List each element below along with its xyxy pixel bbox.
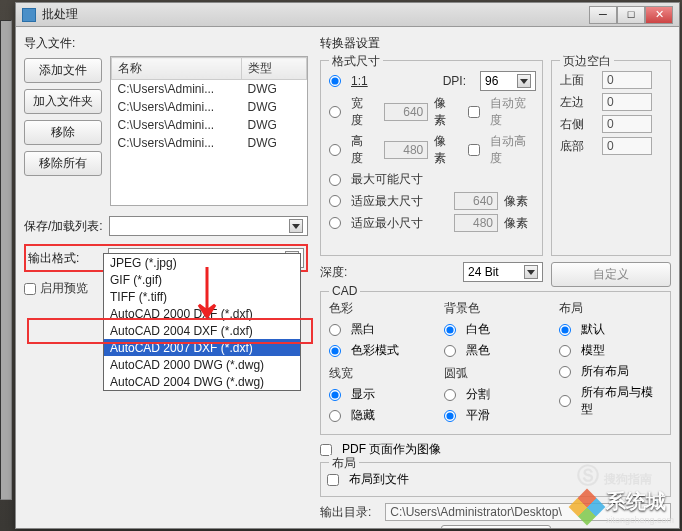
ratio-1-1-radio[interactable] (329, 75, 341, 87)
dropdown-option-selected[interactable]: AutoCAD 2007 DXF (*.dxf) (104, 339, 300, 356)
custom-button[interactable]: 自定义 (551, 262, 671, 287)
bw-radio[interactable] (329, 324, 341, 336)
lw-hide-radio[interactable] (329, 410, 341, 422)
fit-min-radio[interactable] (329, 217, 341, 229)
layout-to-file-check[interactable] (327, 474, 339, 486)
enable-preview-checkbox[interactable] (24, 283, 36, 295)
table-row: C:\Users\Admini...DWG (112, 134, 307, 152)
fit-max-input[interactable] (454, 192, 498, 210)
format-size-group: 格式尺寸 1:1 DPI: 96 宽度 像素 (320, 60, 543, 256)
remove-button[interactable]: 移除 (24, 120, 102, 145)
depth-combo[interactable]: 24 Bit (463, 262, 543, 282)
height-radio[interactable] (329, 144, 341, 156)
window-title: 批处理 (42, 6, 78, 23)
enable-preview-label: 启用预览 (40, 280, 88, 297)
margin-bottom-input[interactable] (602, 137, 652, 155)
output-format-label: 输出格式: (28, 250, 102, 267)
pdf-as-image-check[interactable] (320, 444, 332, 456)
bg-left-rail (0, 20, 12, 500)
margin-top-input[interactable] (602, 71, 652, 89)
margin-right-input[interactable] (602, 115, 652, 133)
output-dir-input[interactable] (385, 503, 671, 521)
height-input[interactable] (384, 141, 428, 159)
file-table[interactable]: 名称 类型 C:\Users\Admini...DWG C:\Users\Adm… (110, 56, 308, 206)
fit-max-radio[interactable] (329, 195, 341, 207)
chevron-down-icon (289, 219, 303, 233)
cad-group: CAD 色彩 黑白 色彩模式 线宽 显示 隐藏 背景色 白色 黑色 圆弧 (320, 291, 671, 435)
add-files-button[interactable]: 添加文件 (24, 58, 102, 83)
minimize-button[interactable]: ─ (589, 6, 617, 24)
arc-smooth-radio[interactable] (444, 410, 456, 422)
start-button[interactable]: 开始 (441, 525, 551, 528)
app-icon (22, 8, 36, 22)
dpi-combo[interactable]: 96 (480, 71, 536, 91)
layout2-group: 布局 布局到文件 (320, 462, 671, 497)
dropdown-option[interactable]: AutoCAD 2000 DXF (*.dxf) (104, 305, 300, 322)
bg-white-radio[interactable] (444, 324, 456, 336)
layout-default-radio[interactable] (559, 324, 571, 336)
width-input[interactable] (384, 103, 428, 121)
chevron-down-icon (517, 74, 531, 88)
col-type[interactable]: 类型 (242, 58, 307, 80)
dropdown-option[interactable]: AutoCAD 2004 DXF (*.dxf) (104, 322, 300, 339)
arc-split-radio[interactable] (444, 389, 456, 401)
dropdown-option[interactable]: TIFF (*.tiff) (104, 288, 300, 305)
dropdown-option[interactable]: JPEG (*.jpg) (104, 254, 300, 271)
layout-allmodel-radio[interactable] (559, 395, 571, 407)
width-radio[interactable] (329, 106, 341, 118)
margins-group: 页边空白 上面 左边 右侧 底部 (551, 60, 671, 256)
table-row: C:\Users\Admini...DWG (112, 116, 307, 134)
chevron-down-icon (524, 265, 538, 279)
import-label: 导入文件: (24, 35, 308, 52)
layout-all-radio[interactable] (559, 366, 571, 378)
bg-black-radio[interactable] (444, 345, 456, 357)
save-load-combo[interactable] (109, 216, 308, 236)
max-possible-radio[interactable] (329, 174, 341, 186)
dropdown-option[interactable]: AutoCAD 2000 DWG (*.dwg) (104, 356, 300, 373)
col-name[interactable]: 名称 (112, 58, 242, 80)
maximize-button[interactable]: □ (617, 6, 645, 24)
lw-show-radio[interactable] (329, 389, 341, 401)
margin-left-input[interactable] (602, 93, 652, 111)
conv-settings-label: 转换器设置 (320, 35, 671, 52)
dropdown-option[interactable]: AutoCAD 2004 DWG (*.dwg) (104, 373, 300, 390)
add-folder-button[interactable]: 加入文件夹 (24, 89, 102, 114)
layout-model-radio[interactable] (559, 345, 571, 357)
auto-height-check[interactable] (468, 144, 480, 156)
fit-min-input[interactable] (454, 214, 498, 232)
colormode-radio[interactable] (329, 345, 341, 357)
save-load-label: 保存/加载列表: (24, 218, 103, 235)
table-row: C:\Users\Admini...DWG (112, 98, 307, 116)
close-button[interactable]: ✕ (645, 6, 673, 24)
remove-all-button[interactable]: 移除所有 (24, 151, 102, 176)
output-format-dropdown[interactable]: JPEG (*.jpg) GIF (*.gif) TIFF (*.tiff) A… (103, 253, 301, 391)
auto-width-check[interactable] (468, 106, 480, 118)
titlebar[interactable]: 批处理 ─ □ ✕ (16, 3, 679, 27)
table-row: C:\Users\Admini...DWG (112, 80, 307, 99)
dropdown-option[interactable]: GIF (*.gif) (104, 271, 300, 288)
